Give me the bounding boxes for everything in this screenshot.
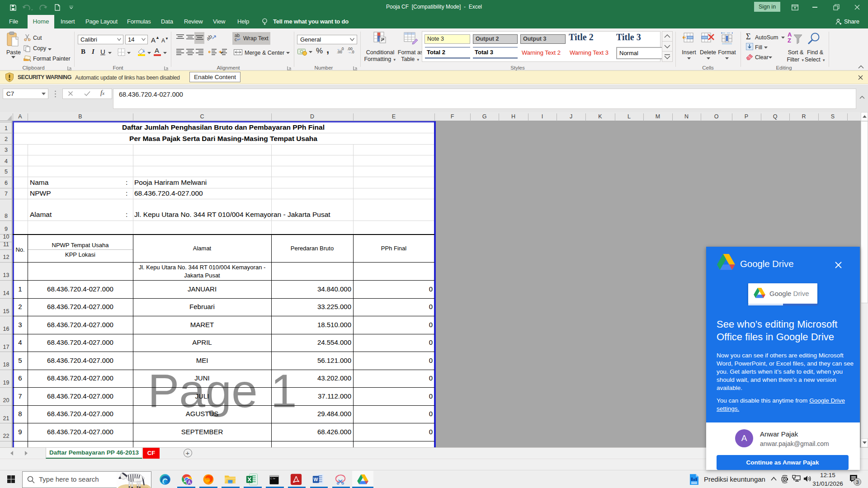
svg-text:W: W <box>314 477 318 482</box>
svg-text:ab: ab <box>207 33 213 42</box>
